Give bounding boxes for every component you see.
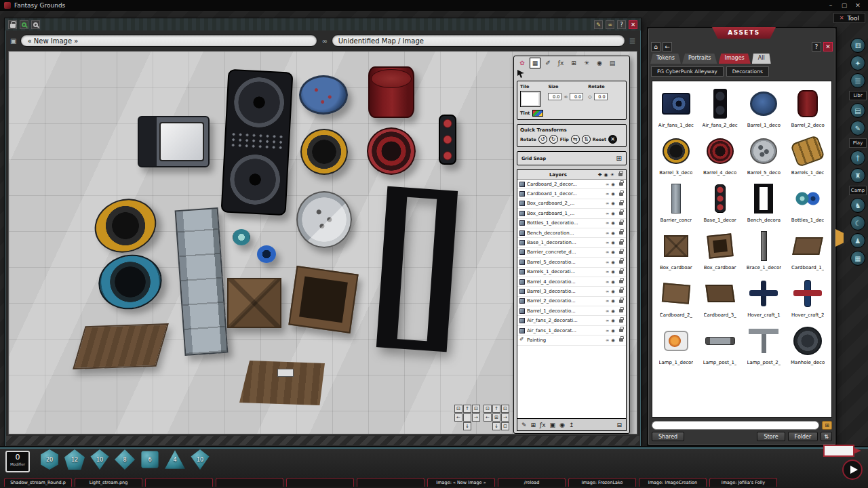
campaign-button[interactable]: Camp [849,186,867,195]
layer-row[interactable]: Air_fans_2_decorati... ∞ ◉ [517,316,626,325]
bottom-tab[interactable]: Image: « New Image » [427,478,495,487]
canvas-base-lights[interactable] [439,115,456,165]
pan-right-button[interactable]: → [472,413,480,422]
asset-card[interactable]: Barrier_concr [655,180,697,223]
stamp-tool-icon[interactable]: ✿ [517,58,528,68]
pan-center-button[interactable] [463,413,471,422]
layer-link-icon[interactable]: ∞ [606,318,609,323]
zoom-left-button[interactable]: ← [484,413,492,422]
add-image-layer-icon[interactable]: ▣ [550,422,556,428]
library-button[interactable]: Libr [849,91,867,100]
asset-search-input[interactable] [652,421,819,430]
assets-tab[interactable]: Tokens [650,54,681,64]
asset-card[interactable]: Manhole_deco [787,322,829,365]
layers-move-icon[interactable]: ✚ [598,172,602,178]
close-window-button[interactable]: ✕ [852,2,864,9]
asset-card[interactable]: Barrel_3_deco [655,132,697,176]
canvas-barrel-cyan[interactable] [94,249,167,315]
asset-card[interactable]: Lamp_post_2_ [743,322,785,365]
mask-tool-icon[interactable]: ◉ [594,58,605,68]
asset-card[interactable]: Hover_craft_2 [787,274,829,318]
table-tool-icon[interactable]: ▤ [607,58,618,68]
layer-eye-icon[interactable]: ◉ [611,201,615,206]
layer-lock-icon[interactable] [619,319,623,323]
layer-link-icon[interactable]: ∞ [606,191,609,197]
asset-card[interactable]: Box_cardboar [655,227,697,270]
bottom-tab[interactable]: Shadow_stream_Round.p [4,478,72,487]
play-button[interactable] [842,460,863,480]
asset-card[interactable]: Air_fans_1_dec [655,85,697,128]
layer-eye-icon[interactable]: ◉ [611,289,615,294]
bottom-tab[interactable]: Image: ImageCreation [639,478,707,487]
asset-card[interactable]: Cardboard_2_ [655,274,697,318]
layer-row[interactable]: Base_1_decoration... ∞ ◉ [517,238,626,247]
shared-button[interactable]: Shared [652,432,684,441]
canvas-cardboard-flat-2[interactable] [239,361,325,405]
canvas-box-closed[interactable] [227,278,281,328]
search-options-button[interactable]: ⊞ [822,421,832,430]
canvas-bottle-teal[interactable] [233,229,250,245]
layer-link-icon[interactable]: ∞ [606,308,609,314]
dice-bag-icon[interactable]: ⚅ [850,38,865,53]
layer-link-icon[interactable]: ∞ [606,249,609,255]
close-image-icon[interactable]: ✕ [629,20,637,29]
layer-link-icon[interactable]: ∞ [606,211,609,216]
help-icon[interactable]: ? [617,20,626,29]
layer-link-icon[interactable]: ∞ [606,220,609,226]
assets-tab[interactable]: Portraits [682,54,717,64]
back-button[interactable]: ← [663,42,672,52]
delete-layer-icon[interactable]: ⊟ [616,422,622,428]
select-cursor-icon[interactable] [514,70,629,79]
zoom-right-button[interactable]: → [501,413,509,422]
asset-card[interactable]: Cardboard_1_ [787,227,829,270]
flip-vertical-button[interactable]: ⇅ [582,135,591,144]
knight-icon[interactable]: ♞ [850,198,865,213]
d12[interactable]: 12 [64,449,85,470]
effects-tool-icon[interactable]: ƒx [555,58,566,68]
layer-link-icon[interactable]: ∞ [606,328,609,333]
layer-lock-icon[interactable] [619,182,623,186]
layer-link-icon[interactable]: ∞ [606,289,609,294]
layer-eye-icon[interactable]: ◉ [611,220,615,226]
layer-row[interactable]: Barrel_1_decoratio... ∞ ◉ [517,306,626,316]
rotate-link-icon[interactable]: ◇ [588,94,591,100]
store-button[interactable]: Store [757,432,785,441]
module-crumb[interactable]: FG CyberPunk Alleyway [651,66,724,77]
link-fields-icon[interactable]: ∞ [321,37,327,45]
pan-up-button[interactable]: ↑ [463,405,471,413]
bottom-tab[interactable] [216,478,283,487]
zoom-fit-button[interactable]: ⊞ [492,413,500,422]
tile-preview[interactable] [520,91,540,107]
layer-eye-icon[interactable]: ◉ [611,269,615,274]
reset-button[interactable]: ✕ [608,135,617,144]
maximize-button[interactable]: ▢ [838,2,850,9]
layer-lock-icon[interactable] [619,289,623,293]
asset-card[interactable]: Barrel_5_deco [743,132,785,176]
canvas-barrel-red[interactable] [367,127,416,175]
pad-corner[interactable]: ⊡ [501,422,509,430]
layer-lock-icon[interactable] [619,202,623,205]
refresh-button[interactable]: ⇅ [821,432,832,441]
canvas-barrel-blue[interactable] [299,75,348,115]
layer-lock-icon[interactable] [619,192,623,196]
bottom-tab[interactable]: Image: FrozenLake [568,478,636,487]
bottom-tab[interactable] [286,478,354,487]
asset-card[interactable]: Bench_decora [743,180,785,223]
add-tile-layer-icon[interactable]: ⊞ [531,422,536,428]
pointer-indicator[interactable] [823,445,854,457]
bottom-tab[interactable] [357,478,425,487]
grid-tool-icon[interactable]: ⊞ [568,58,579,68]
layer-link-icon[interactable]: ∞ [606,279,609,285]
bottom-tab[interactable]: Image: Jofilia's Folly [709,478,777,487]
layer-row[interactable]: Barrel_5_decoratio... ∞ ◉ [517,258,626,267]
paint-layer-icon[interactable]: ✎ [521,422,527,428]
layer-link-icon[interactable]: ∞ [606,298,609,304]
assets-help-button[interactable]: ? [812,42,821,52]
asset-card[interactable]: Box_cardboar [699,227,741,270]
toggle-layer-visibility-icon[interactable]: ◉ [559,422,565,428]
minimize-button[interactable]: – [825,2,837,9]
layer-eye-icon[interactable]: ◉ [611,240,615,245]
canvas-bottle-blue[interactable] [257,245,276,263]
layer-eye-icon[interactable]: ◉ [611,279,615,285]
layer-lock-icon[interactable] [619,329,623,332]
